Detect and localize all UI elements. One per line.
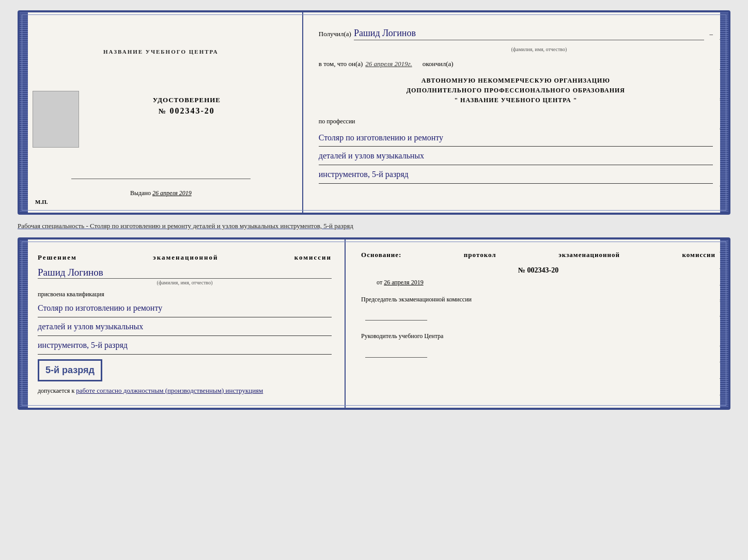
date-value: 26 апреля 2019г.	[365, 60, 412, 68]
head-label: Руководитель учебного Центра	[361, 331, 715, 342]
cert-number-block: УДОСТОВЕРЕНИЕ № 002343-20	[153, 96, 221, 116]
head-block: Руководитель учебного Центра	[361, 331, 715, 357]
chairman-block: Председатель экзаменационной комиссии	[361, 294, 715, 321]
top-cert-left: НАЗВАНИЕ УЧЕБНОГО ЦЕНТРА УДОСТОВЕРЕНИЕ №…	[20, 12, 303, 213]
recipient-name: Рашид Логинов	[354, 28, 705, 40]
profession-label: по профессии	[319, 118, 713, 125]
org-quote-close: "	[573, 97, 578, 104]
allowed-text: работе согласно должностным (производств…	[76, 387, 263, 394]
profession-line2: деталей и узлов музыкальных	[319, 149, 713, 165]
udostoverenie-label: УДОСТОВЕРЕНИЕ	[153, 96, 221, 104]
org-name-quoted: " НАЗВАНИЕ УЧЕБНОГО ЦЕНТРА "	[319, 95, 713, 105]
mp-label: М.П.	[35, 199, 48, 205]
bottom-certificate: Решением экаменационной комиссии Рашид Л…	[18, 237, 730, 410]
issued-label: Выдано	[130, 189, 151, 197]
cert-number-value: 002343-20	[170, 106, 215, 115]
right-number-value: 002343-20	[527, 266, 559, 274]
right-number: № 002343-20	[361, 266, 715, 275]
allowed-label-text: допускается к	[38, 387, 74, 394]
qual-line1: Столяр по изготовлению и ремонту	[38, 301, 332, 317]
from-label: от	[361, 279, 382, 286]
chairman-sig-line	[365, 320, 427, 321]
received-label: Получил(а)	[319, 30, 351, 38]
number-prefix: №	[159, 107, 167, 115]
profession-line3: инструментов, 5-й разряд	[319, 167, 713, 184]
cert-divider-1	[71, 179, 251, 179]
commission-title: Решением экаменационной комиссии	[38, 252, 332, 263]
basis-label: Основание: протокол экзаменационной коми…	[361, 250, 715, 261]
number-prefix-right: №	[518, 266, 525, 274]
date-row: в том, что он(а) 26 апреля 2019г. окончи…	[319, 60, 713, 68]
recipient-row: Получил(а) Рашид Логинов –	[319, 28, 713, 40]
profession-line1: Столяр по изготовлению и ремонту	[319, 131, 713, 147]
issued-date: 26 апреля 2019	[152, 189, 192, 197]
right-strip-top	[720, 12, 728, 213]
date-label: в том, что он(а)	[319, 60, 363, 68]
right-strip-bottom	[720, 239, 728, 408]
org-block: АВТОНОМНУЮ НЕКОММЕРЧЕСКУЮ ОРГАНИЗАЦИЮ ДО…	[319, 76, 713, 106]
qualification-handwritten: Столяр по изготовлению и ремонту деталей…	[38, 301, 332, 354]
cert-issued-block: Выдано 26 апреля 2019	[130, 189, 192, 197]
bottom-cert-left: Решением экаменационной комиссии Рашид Л…	[20, 239, 346, 408]
profession-handwritten: Столяр по изготовлению и ремонту деталей…	[319, 131, 713, 186]
training-center-title: НАЗВАНИЕ УЧЕБНОГО ЦЕНТРА	[33, 49, 289, 55]
right-date-value: 26 апреля 2019	[384, 279, 423, 286]
bottom-cert-right: Основание: протокол экзаменационной коми…	[346, 239, 728, 408]
qual-line2: деталей и узлов музыкальных	[38, 319, 332, 336]
qualification-label: присвоена квалификация	[38, 291, 332, 298]
right-date-row: от 26 апреля 2019	[361, 279, 715, 286]
qual-line3: инструментов, 5-й разряд	[38, 338, 332, 355]
chairman-label: Председатель экзаменационной комиссии	[361, 294, 715, 306]
head-sig-line	[365, 357, 427, 358]
org-line1: АВТОНОМНУЮ НЕКОММЕРЧЕСКУЮ ОРГАНИЗАЦИЮ	[319, 76, 713, 86]
inner-person-name: Рашид Логинов	[38, 267, 332, 279]
org-line2: ДОПОЛНИТЕЛЬНОГО ПРОФЕССИОНАЛЬНОГО ОБРАЗО…	[319, 86, 713, 95]
name-subtitle-top: (фамилия, имя, отчество)	[365, 46, 713, 52]
top-cert-right: Получил(а) Рашид Логинов – (фамилия, имя…	[303, 12, 728, 213]
page-wrapper: НАЗВАНИЕ УЧЕБНОГО ЦЕНТРА УДОСТОВЕРЕНИЕ №…	[18, 10, 730, 410]
org-quote-open: "	[454, 97, 458, 104]
finished-label: окончил(а)	[423, 60, 454, 68]
stamp-box: 5-й разряд	[38, 359, 102, 381]
top-certificate: НАЗВАНИЕ УЧЕБНОГО ЦЕНТРА УДОСТОВЕРЕНИЕ №…	[18, 10, 730, 215]
stamp-text: 5-й разряд	[45, 365, 95, 375]
photo-placeholder	[33, 91, 79, 148]
org-name: НАЗВАНИЕ УЧЕБНОГО ЦЕНТРА	[460, 97, 571, 104]
specialty-label: Рабочая специальность - Столяр по изгото…	[18, 219, 730, 233]
allowed-block: допускается к работе согласно должностны…	[38, 387, 332, 395]
recipient-dash: –	[709, 30, 713, 38]
inner-name-subtitle: (фамилия, имя, отчество)	[38, 280, 332, 285]
